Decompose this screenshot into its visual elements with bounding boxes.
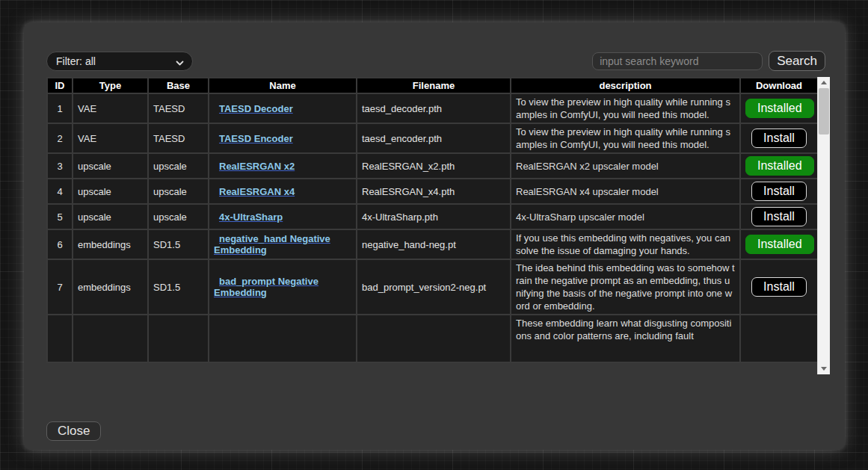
cell-filename: taesd_decoder.pth (357, 93, 511, 123)
install-button[interactable]: Install (751, 129, 807, 148)
model-link[interactable]: bad_prompt Negative Embedding (214, 276, 318, 298)
scrollbar-thumb[interactable] (819, 88, 829, 134)
cell-name: RealESRGAN x4 (209, 179, 357, 204)
cell-id: 2 (47, 123, 73, 153)
cell-type: VAE (73, 93, 148, 123)
table-row: 5upscaleupscale4x-UltraSharp4x-UltraShar… (47, 204, 818, 229)
install-button[interactable]: Install (751, 207, 807, 226)
cell-description: 4x-UltraSharp upscaler model (511, 204, 740, 229)
cell-base: TAESD (148, 93, 209, 123)
table-row: 4upscaleupscaleRealESRGAN x4RealESRGAN_x… (47, 179, 818, 204)
cell-filename: bad_prompt_version2-neg.pt (357, 259, 511, 315)
install-button[interactable]: Install (751, 182, 807, 201)
cell-filename: negative_hand-neg.pt (357, 229, 511, 259)
column-header: Type (73, 78, 148, 93)
cell-base: TAESD (148, 123, 209, 153)
cell-type: embeddings (73, 229, 148, 259)
cell-description: RealESRGAN x4 upscaler model (511, 179, 740, 204)
cell-filename: 4x-UltraSharp.pth (357, 204, 511, 229)
cell-filename: RealESRGAN_x4.pth (357, 179, 511, 204)
search-input[interactable] (592, 52, 763, 70)
installed-button[interactable]: Installed (745, 156, 814, 176)
table-scrollbar[interactable] (817, 77, 830, 374)
search-group: Search (592, 51, 825, 71)
cell-id (47, 315, 73, 362)
table-row: These embedding learn what disgusting co… (47, 315, 818, 362)
cell-base: upscale (148, 153, 209, 179)
triangle-down-icon (821, 367, 827, 371)
cell-description: To view the preview in high quality whil… (511, 123, 740, 153)
install-button[interactable]: Install (751, 277, 807, 297)
chevron-down-icon (176, 58, 184, 69)
cell-name: bad_prompt Negative Embedding (209, 259, 357, 315)
cell-id: 1 (47, 93, 73, 123)
table-row: 2VAETAESDTAESD Encodertaesd_encoder.pthT… (47, 123, 818, 153)
model-install-dialog: Filter: all Search IDTypeBaseNameFilenam… (24, 22, 845, 450)
model-link[interactable]: RealESRGAN x2 (219, 161, 295, 172)
filter-select[interactable]: Filter: all (46, 52, 193, 71)
cell-base: SD1.5 (148, 229, 209, 259)
table-row: 1VAETAESDTAESD Decodertaesd_decoder.pthT… (47, 93, 818, 123)
model-link[interactable]: TAESD Encoder (219, 133, 293, 144)
model-link[interactable]: negative_hand Negative Embedding (214, 233, 330, 256)
installed-button[interactable]: Installed (745, 235, 814, 254)
cell-base: SD1.5 (148, 259, 209, 315)
column-header: description (511, 78, 740, 93)
models-table: IDTypeBaseNameFilenamedescriptionDownloa… (46, 77, 819, 363)
installed-button[interactable]: Installed (745, 99, 814, 118)
cell-id: 3 (47, 153, 73, 179)
cell-download: Installed (740, 153, 818, 179)
column-header: Name (209, 78, 357, 93)
cell-name: RealESRGAN x2 (209, 153, 357, 179)
cell-type: upscale (73, 179, 148, 204)
dialog-toolbar: Filter: all Search (46, 51, 825, 71)
cell-base: upscale (148, 179, 209, 204)
cell-download: Install (740, 123, 818, 153)
cell-filename (357, 315, 511, 362)
models-table-container: IDTypeBaseNameFilenamedescriptionDownloa… (46, 77, 830, 374)
cell-type: upscale (73, 153, 148, 179)
cell-id: 5 (47, 204, 73, 229)
model-link[interactable]: 4x-UltraSharp (219, 211, 283, 223)
column-header: Base (148, 78, 209, 93)
table-row: 3upscaleupscaleRealESRGAN x2RealESRGAN_x… (47, 153, 818, 179)
cell-download: Installed (740, 229, 818, 259)
cell-download: Install (740, 204, 818, 229)
model-link[interactable]: TAESD Decoder (219, 103, 293, 114)
cell-filename: RealESRGAN_x2.pth (357, 153, 511, 179)
table-row: 6embeddingsSD1.5negative_hand Negative E… (47, 229, 818, 259)
scroll-down-arrow[interactable] (818, 363, 830, 374)
cell-description: If you use this embedding with negatives… (511, 229, 740, 259)
table-header-row: IDTypeBaseNameFilenamedescriptionDownloa… (47, 78, 818, 93)
cell-download: Install (740, 259, 818, 315)
cell-name: negative_hand Negative Embedding (209, 229, 357, 259)
cell-type: upscale (73, 204, 148, 229)
cell-base: upscale (148, 204, 209, 229)
column-header: ID (47, 78, 73, 93)
model-link[interactable]: RealESRGAN x4 (219, 186, 295, 197)
filter-select-label: Filter: all (56, 55, 96, 67)
column-header: Download (740, 78, 818, 93)
cell-type: embeddings (73, 259, 148, 315)
cell-id: 7 (47, 259, 73, 315)
cell-id: 6 (47, 229, 73, 259)
cell-name: 4x-UltraSharp (209, 204, 357, 229)
cell-id: 4 (47, 179, 73, 204)
scroll-up-arrow[interactable] (818, 77, 830, 88)
cell-name: TAESD Decoder (209, 93, 357, 123)
cell-download (740, 315, 818, 362)
cell-description: These embedding learn what disgusting co… (511, 315, 740, 362)
cell-description: To view the preview in high quality whil… (511, 93, 740, 123)
close-button[interactable]: Close (46, 421, 101, 441)
triangle-up-icon (821, 81, 827, 84)
table-row: 7embeddingsSD1.5bad_prompt Negative Embe… (47, 259, 818, 315)
search-button[interactable]: Search (769, 51, 825, 71)
cell-description: The idea behind this embedding was to so… (511, 259, 740, 315)
cell-type (73, 315, 148, 362)
column-header: Filename (357, 78, 511, 93)
cell-name (209, 315, 357, 362)
cell-download: Installed (740, 93, 818, 123)
cell-name: TAESD Encoder (209, 123, 357, 153)
cell-type: VAE (73, 123, 148, 153)
cell-filename: taesd_encoder.pth (357, 123, 511, 153)
